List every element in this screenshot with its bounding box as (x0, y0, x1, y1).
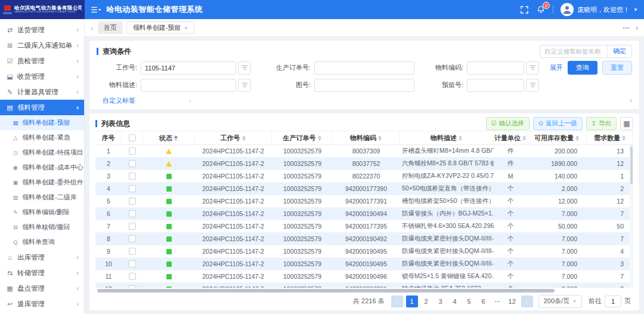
notification-bell-icon[interactable]: 0 (536, 5, 546, 14)
tab-scroll-right-icon[interactable]: › (636, 24, 638, 32)
sidebar-subitem-领料单创建-特殊项目[interactable]: ◷领料单创建-特殊项目 (0, 145, 84, 160)
column-settings-icon[interactable]: ▦ (620, 117, 633, 130)
row-checkbox[interactable] (129, 160, 136, 167)
row-checkbox[interactable] (129, 198, 136, 205)
sort-icon[interactable] (318, 136, 321, 141)
sort-icon[interactable] (459, 136, 462, 141)
column-header-计量单位[interactable]: 计量单位 (494, 131, 527, 144)
pagination-page-5[interactable]: 5 (463, 295, 475, 307)
sidebar-subitem-领料单创建-紧急[interactable]: △领料单创建-紧急 (0, 130, 84, 145)
column-header-checkbox[interactable] (122, 131, 143, 144)
sidebar-item-出库管理[interactable]: ⌂出库管理∨ (0, 250, 84, 265)
fullscreen-icon[interactable] (519, 5, 529, 14)
sidebar-item-盘点管理[interactable]: ▦盘点管理∨ (0, 281, 84, 296)
row-checkbox[interactable] (129, 248, 136, 255)
pagination-page-6[interactable]: 6 (478, 295, 490, 307)
sidebar-item-二级库入库通知单[interactable]: ⊞二级库入库通知单∨ (0, 38, 84, 53)
column-header-状态[interactable]: 状态 (143, 131, 194, 144)
tab-首页[interactable]: 首页 (98, 21, 123, 34)
sidebar-item-质检管理[interactable]: ☑质检管理∨ (0, 53, 84, 69)
table-row[interactable]: 122024HPC1105-1147-310003252578942000003… (95, 283, 633, 288)
table-row[interactable]: 102024HPC1105-1147-210003252579942000190… (95, 258, 633, 270)
sort-icon[interactable] (378, 136, 382, 141)
tab-more-icon[interactable]: ••• (623, 25, 630, 30)
column-header-可用库存数量[interactable]: 可用库存数量 (527, 131, 587, 144)
table-row[interactable]: 82024HPC1105-1147-2100032525799420001904… (95, 233, 633, 245)
sort-icon[interactable] (522, 136, 526, 141)
vertical-scrollbar-thumb[interactable] (630, 146, 633, 184)
table-row[interactable]: 92024HPC1105-1147-2100032525799420001904… (95, 245, 633, 258)
material-code-input[interactable] (467, 61, 524, 75)
sidebar-subitem-领料单创建-委外组件[interactable]: ▣领料单创建-委外组件 (0, 175, 84, 190)
pagination-page-3[interactable]: 3 (435, 295, 447, 307)
expand-filters-link[interactable]: 展开 (550, 63, 563, 72)
sidebar-item-收货管理[interactable]: ⬓收货管理∨ (0, 69, 84, 84)
pagination-prev-button[interactable]: ‹ (391, 295, 403, 307)
column-header-物料描述[interactable]: 物料描述 (400, 131, 494, 144)
sort-icon[interactable] (622, 136, 626, 141)
page-size-select[interactable]: 200条/页 ▼ (538, 295, 582, 308)
back-to-parent-button[interactable]: ⊙ 返回上一级 (533, 117, 583, 130)
table-row[interactable]: 72024HPC1105-1147-2100032525799420001773… (95, 220, 633, 233)
row-checkbox[interactable] (129, 273, 136, 280)
reserve-no-input[interactable] (467, 79, 524, 92)
row-checkbox[interactable] (129, 260, 136, 267)
sidebar-item-送货管理[interactable]: ⇄送货管理∨ (0, 22, 84, 38)
tab-领料单创建-预留[interactable]: 领料单创建-预留× (126, 21, 194, 34)
column-header-工作号[interactable]: 工作号 (194, 131, 272, 144)
sidebar-subitem-领料单创建-成本中心[interactable]: ◉领料单创建-成本中心 (0, 160, 84, 175)
pagination-page-2[interactable]: 2 (420, 295, 432, 307)
table-row[interactable]: 32024HPC1105-1147-21000325257980222370控制… (95, 170, 633, 183)
tag-confirm-button[interactable]: 确定 (607, 45, 631, 57)
table-row[interactable]: 12024HPC1105-1147-21000325257980037309开槽… (95, 145, 633, 158)
row-checkbox[interactable] (129, 173, 136, 180)
select-all-checkbox[interactable] (129, 134, 136, 141)
reserve-no-filter-icon[interactable] (526, 79, 539, 92)
pagination-next-button[interactable]: › (521, 295, 533, 307)
pagination-page-12[interactable]: 12 (506, 295, 518, 307)
row-checkbox[interactable] (129, 223, 136, 230)
table-row[interactable]: 22024HPC1105-1147-21000325257980037752六角… (95, 158, 633, 170)
material-code-filter-icon[interactable] (526, 61, 539, 75)
column-header-物料编码[interactable]: 物料编码 (333, 131, 400, 144)
table-row[interactable]: 42024HPC1105-1147-2100032525799420001773… (95, 183, 633, 195)
sidebar-item-退库管理[interactable]: ↩退库管理∨ (0, 296, 84, 312)
tab-scroll-left-icon[interactable]: ‹ (91, 24, 93, 32)
tab-close-icon[interactable]: × (184, 25, 187, 31)
custom-tag-name-input[interactable] (540, 48, 607, 55)
tag-scroll-left-icon[interactable]: ‹ (189, 97, 191, 104)
sidebar-item-计量器具管理[interactable]: ✎计量器具管理∨ (0, 84, 84, 100)
sidebar-subitem-领料单编辑/删除[interactable]: ✎领料单编辑/删除 (0, 205, 84, 220)
sort-icon[interactable] (575, 136, 579, 141)
collapse-sidebar-icon[interactable]: ☰◂ (91, 5, 100, 14)
drawing-no-input[interactable] (314, 79, 414, 92)
export-button[interactable]: ↥ 导出 (586, 117, 617, 130)
row-checkbox[interactable] (129, 210, 136, 217)
pagination-page-1[interactable]: 1 (406, 295, 418, 307)
tag-scroll-right-icon[interactable]: › (630, 96, 632, 104)
table-row[interactable]: 62024HPC1105-1147-2100032525799420001904… (95, 208, 633, 220)
column-header-生产订单号[interactable]: 生产订单号 (272, 131, 333, 144)
material-desc-input[interactable] (141, 79, 236, 92)
sidebar-subitem-领料单查询[interactable]: Q领料单查询 (0, 235, 84, 250)
search-button[interactable]: 查询 (568, 61, 597, 75)
prod-order-input[interactable] (314, 61, 414, 75)
row-checkbox[interactable] (129, 285, 136, 288)
sidebar-subitem-领料单核销/撤回[interactable]: ⊟领料单核销/撤回 (0, 220, 84, 235)
user-menu[interactable]: 庞晓明，欢迎您！ ▼ (561, 3, 638, 16)
work-no-input[interactable] (141, 61, 236, 75)
sort-icon[interactable] (174, 136, 178, 141)
pagination-page-4[interactable]: 4 (449, 295, 461, 307)
reset-button[interactable]: 重置 (602, 61, 632, 75)
goto-page-input[interactable] (605, 295, 621, 307)
vertical-scrollbar[interactable] (630, 145, 633, 288)
material-desc-filter-icon[interactable] (238, 79, 251, 92)
sort-icon[interactable] (242, 136, 246, 141)
sidebar-subitem-领料单创建-二级库[interactable]: ▥领料单创建-二级库 (0, 190, 84, 205)
confirm-select-button[interactable]: ☑ 确认选择 (486, 117, 530, 130)
table-row[interactable]: 112024HPC1105-1147-210003252579942000190… (95, 270, 633, 283)
row-checkbox[interactable] (129, 185, 136, 192)
sidebar-subitem-领料单创建-预留[interactable]: ▤领料单创建-预留 (0, 115, 84, 130)
sidebar-item-转储管理[interactable]: ⇆转储管理∨ (0, 265, 84, 281)
horizontal-scrollbar[interactable] (95, 288, 633, 293)
